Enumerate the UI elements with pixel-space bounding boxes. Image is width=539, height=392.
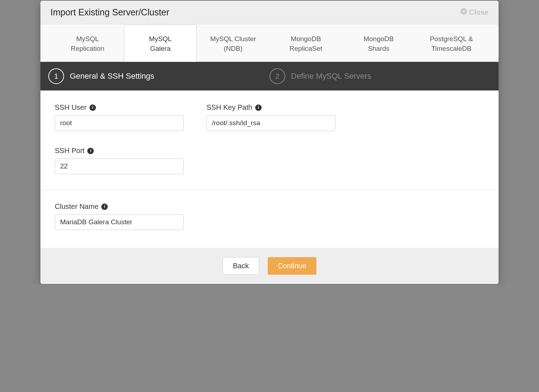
step-number: 2 xyxy=(270,68,285,84)
close-icon xyxy=(461,8,467,16)
form-row: Cluster Name i xyxy=(55,202,484,230)
tab-mongodb-replicaset[interactable]: MongoDB ReplicaSet xyxy=(270,25,342,62)
cluster-name-input[interactable] xyxy=(55,214,184,230)
form-row: SSH User i SSH Key Path i xyxy=(55,103,484,131)
step-define-servers[interactable]: 2 Define MySQL Servers xyxy=(270,68,491,84)
tab-mysql-replication[interactable]: MySQL Replication xyxy=(51,25,124,62)
import-cluster-modal: Import Existing Server/Cluster Close MyS… xyxy=(40,1,499,284)
ssh-port-input[interactable] xyxy=(55,158,184,174)
tab-mysql-galera[interactable]: MySQL Galera xyxy=(124,25,196,62)
ssh-port-label: SSH Port i xyxy=(55,147,184,155)
step-label: Define MySQL Servers xyxy=(291,72,371,81)
cluster-type-tabs: MySQL Replication MySQL Galera MySQL Clu… xyxy=(40,24,499,62)
ssh-user-label: SSH User i xyxy=(55,103,184,112)
step-general-ssh[interactable]: 1 General & SSH Settings xyxy=(48,68,270,84)
ssh-key-path-group: SSH Key Path i xyxy=(207,103,335,131)
ssh-key-path-label: SSH Key Path i xyxy=(207,103,335,112)
ssh-port-group: SSH Port i xyxy=(55,147,184,174)
label-text: SSH Key Path xyxy=(207,103,252,112)
divider xyxy=(40,190,499,190)
modal-footer: Back Continue xyxy=(40,248,499,284)
modal-title: Import Existing Server/Cluster xyxy=(50,7,169,18)
step-number: 1 xyxy=(48,68,64,84)
close-button[interactable]: Close xyxy=(461,8,489,16)
info-icon[interactable]: i xyxy=(101,204,108,210)
info-icon[interactable]: i xyxy=(87,148,94,154)
form-body: SSH User i SSH Key Path i SSH Port i xyxy=(40,90,499,248)
ssh-user-group: SSH User i xyxy=(55,103,184,131)
info-icon[interactable]: i xyxy=(89,104,96,111)
form-row: SSH Port i xyxy=(55,147,484,174)
label-text: Cluster Name xyxy=(55,202,98,211)
cluster-name-group: Cluster Name i xyxy=(55,202,184,230)
ssh-key-path-input[interactable] xyxy=(207,115,335,131)
back-button[interactable]: Back xyxy=(223,257,259,275)
tab-mongodb-shards[interactable]: MongoDB Shards xyxy=(342,25,415,62)
step-label: General & SSH Settings xyxy=(70,72,154,81)
ssh-user-input[interactable] xyxy=(55,115,184,131)
wizard-steps: 1 General & SSH Settings 2 Define MySQL … xyxy=(40,62,499,90)
label-text: SSH Port xyxy=(55,147,84,155)
tab-mysql-cluster-ndb[interactable]: MySQL Cluster (NDB) xyxy=(197,25,270,62)
close-label: Close xyxy=(469,8,489,16)
modal-header: Import Existing Server/Cluster Close xyxy=(40,1,499,24)
continue-button[interactable]: Continue xyxy=(268,257,316,275)
info-icon[interactable]: i xyxy=(255,104,262,111)
tab-postgresql-timescaledb[interactable]: PostgreSQL & TimescaleDB xyxy=(415,25,488,62)
label-text: SSH User xyxy=(55,103,87,112)
cluster-name-label: Cluster Name i xyxy=(55,202,184,211)
